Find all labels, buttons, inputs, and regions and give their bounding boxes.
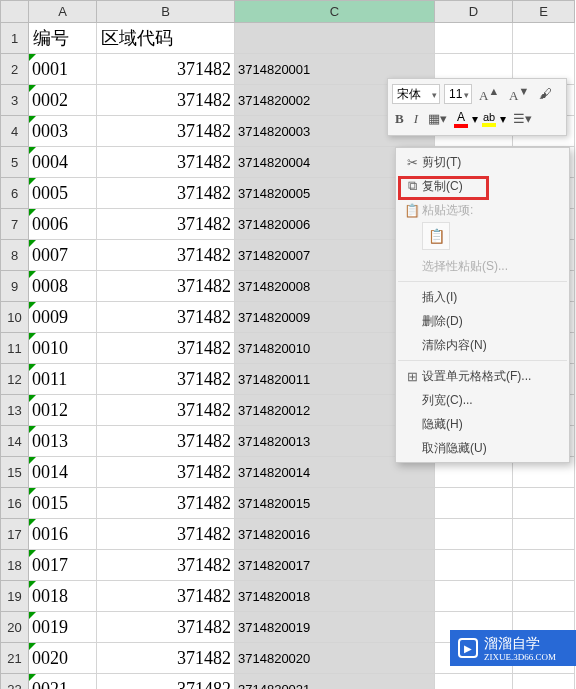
cell[interactable]: 0001 — [29, 54, 97, 85]
row-header[interactable]: 2 — [1, 54, 29, 85]
menu-hide[interactable]: 隐藏(H) — [396, 412, 569, 436]
cell[interactable]: 0013 — [29, 426, 97, 457]
cell[interactable]: 371482 — [97, 488, 235, 519]
row-header[interactable]: 16 — [1, 488, 29, 519]
cell[interactable] — [513, 550, 575, 581]
cell[interactable]: 371482 — [97, 85, 235, 116]
cell[interactable]: 371482 — [97, 612, 235, 643]
cell[interactable]: 371482 — [97, 643, 235, 674]
cell[interactable] — [435, 488, 513, 519]
row-header[interactable]: 4 — [1, 116, 29, 147]
menu-unhide[interactable]: 取消隐藏(U) — [396, 436, 569, 460]
cell-D1[interactable] — [435, 23, 513, 54]
cell[interactable]: 3714820017 — [235, 550, 435, 581]
cell[interactable]: 0005 — [29, 178, 97, 209]
cell[interactable]: 371482 — [97, 395, 235, 426]
menu-format-cells[interactable]: ⊞ 设置单元格格式(F)... — [396, 364, 569, 388]
cell[interactable]: 0015 — [29, 488, 97, 519]
cell[interactable]: 0019 — [29, 612, 97, 643]
font-color-button[interactable]: A — [454, 110, 468, 128]
row-header[interactable]: 6 — [1, 178, 29, 209]
border-button[interactable]: ▦▾ — [425, 110, 450, 128]
cell[interactable]: 3714820018 — [235, 581, 435, 612]
row-header[interactable]: 20 — [1, 612, 29, 643]
column-header-C[interactable]: C — [235, 1, 435, 23]
font-size-select[interactable]: 11 — [444, 84, 472, 104]
cell[interactable]: 371482 — [97, 333, 235, 364]
cell[interactable]: 0020 — [29, 643, 97, 674]
cell[interactable]: 371482 — [97, 116, 235, 147]
cell[interactable]: 371482 — [97, 457, 235, 488]
cell[interactable]: 371482 — [97, 178, 235, 209]
italic-button[interactable]: I — [411, 110, 421, 128]
cell[interactable]: 371482 — [97, 674, 235, 690]
cell[interactable]: 0011 — [29, 364, 97, 395]
grow-font-button[interactable]: A▲ — [476, 82, 502, 105]
cell[interactable] — [435, 581, 513, 612]
cell[interactable]: 0014 — [29, 457, 97, 488]
cell[interactable]: 371482 — [97, 550, 235, 581]
cell[interactable] — [435, 550, 513, 581]
row-header[interactable]: 1 — [1, 23, 29, 54]
cell[interactable]: 371482 — [97, 54, 235, 85]
row-header[interactable]: 7 — [1, 209, 29, 240]
column-header-D[interactable]: D — [435, 1, 513, 23]
column-header-B[interactable]: B — [97, 1, 235, 23]
more-format-button[interactable]: ☰▾ — [510, 110, 535, 128]
cell[interactable]: 371482 — [97, 364, 235, 395]
cell[interactable]: 0002 — [29, 85, 97, 116]
cell[interactable] — [435, 519, 513, 550]
cell[interactable]: 0007 — [29, 240, 97, 271]
cell-C1[interactable] — [235, 23, 435, 54]
cell[interactable]: 0017 — [29, 550, 97, 581]
row-header[interactable]: 18 — [1, 550, 29, 581]
row-header[interactable]: 10 — [1, 302, 29, 333]
row-header[interactable]: 12 — [1, 364, 29, 395]
format-painter-icon[interactable]: 🖌 — [536, 85, 555, 103]
menu-cut[interactable]: ✂ 剪切(T) — [396, 150, 569, 174]
menu-clear[interactable]: 清除内容(N) — [396, 333, 569, 357]
cell[interactable]: 0003 — [29, 116, 97, 147]
cell[interactable]: 3714820020 — [235, 643, 435, 674]
cell[interactable]: 0018 — [29, 581, 97, 612]
row-header[interactable]: 3 — [1, 85, 29, 116]
shrink-font-button[interactable]: A▼ — [506, 82, 532, 105]
row-header[interactable]: 8 — [1, 240, 29, 271]
menu-copy[interactable]: ⧉ 复制(C) — [396, 174, 569, 198]
cell[interactable]: 3714820021 — [235, 674, 435, 690]
cell[interactable]: 0006 — [29, 209, 97, 240]
row-header[interactable]: 19 — [1, 581, 29, 612]
cell[interactable]: 371482 — [97, 240, 235, 271]
cell[interactable]: 3714820015 — [235, 488, 435, 519]
cell[interactable] — [513, 488, 575, 519]
cell[interactable]: 0004 — [29, 147, 97, 178]
cell[interactable] — [513, 674, 575, 690]
menu-delete[interactable]: 删除(D) — [396, 309, 569, 333]
cell[interactable]: 0021 — [29, 674, 97, 690]
column-header-E[interactable]: E — [513, 1, 575, 23]
cell[interactable]: 0009 — [29, 302, 97, 333]
cell-B1[interactable]: 区域代码 — [97, 23, 235, 54]
cell[interactable]: 371482 — [97, 519, 235, 550]
cell[interactable]: 0008 — [29, 271, 97, 302]
row-header[interactable]: 11 — [1, 333, 29, 364]
fill-color-button[interactable]: ab — [482, 111, 496, 127]
cell-E1[interactable] — [513, 23, 575, 54]
cell[interactable]: 371482 — [97, 581, 235, 612]
cell[interactable] — [513, 519, 575, 550]
row-header[interactable]: 22 — [1, 674, 29, 690]
cell[interactable]: 3714820019 — [235, 612, 435, 643]
row-header[interactable]: 9 — [1, 271, 29, 302]
cell[interactable]: 0012 — [29, 395, 97, 426]
cell[interactable]: 371482 — [97, 147, 235, 178]
row-header[interactable]: 21 — [1, 643, 29, 674]
cell[interactable]: 0010 — [29, 333, 97, 364]
font-name-select[interactable]: 宋体 — [392, 84, 440, 104]
menu-col-width[interactable]: 列宽(C)... — [396, 388, 569, 412]
row-header[interactable]: 17 — [1, 519, 29, 550]
row-header[interactable]: 5 — [1, 147, 29, 178]
row-header[interactable]: 13 — [1, 395, 29, 426]
cell[interactable]: 371482 — [97, 209, 235, 240]
column-header-A[interactable]: A — [29, 1, 97, 23]
row-header[interactable]: 15 — [1, 457, 29, 488]
